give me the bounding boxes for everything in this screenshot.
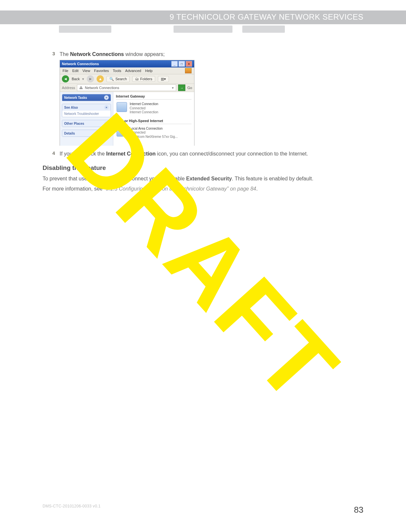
section-paragraph: To prevent that users can connect/discon… (43, 175, 363, 183)
views-button[interactable]: ▥▾ (158, 76, 169, 82)
footer-document-id: DMS-CTC-20101206-0033 v0.1 (43, 504, 101, 508)
main-pane: Internet Gateway Internet Connection Con… (113, 92, 194, 146)
address-input[interactable]: 🖧 Network Connections▾ (77, 84, 176, 91)
chevron-icon: » (104, 131, 109, 136)
group-header-internet-gateway: Internet Gateway (116, 93, 192, 100)
step-number: 4 (43, 150, 60, 157)
network-connections-screenshot: Network Connections _ □ × File Edit View… (60, 60, 194, 146)
up-button-icon[interactable]: ▲ (97, 75, 104, 83)
go-button[interactable]: → (178, 84, 185, 91)
chevron-icon: » (104, 95, 109, 100)
step-number: 3 (43, 51, 60, 58)
step-text: If you right-click the Internet Connecti… (60, 150, 363, 157)
page-header-bar: 9 TECHNICOLOR GATEWAY NETWORK SERVICES (0, 10, 406, 24)
window-titlebar: Network Connections _ □ × (60, 60, 194, 67)
windows-flag-icon (185, 68, 192, 73)
window-maximize-button[interactable]: □ (178, 61, 185, 67)
step-text: The Network Connections window appears; (60, 51, 363, 58)
page-header-title: 9 TECHNICOLOR GATEWAY NETWORK SERVICES (170, 12, 363, 22)
menu-advanced[interactable]: Advanced (125, 69, 141, 73)
folders-button[interactable]: 🗂 Folders (132, 76, 155, 82)
page-content: 3 The Network Connections window appears… (43, 51, 363, 195)
chevron-icon: » (104, 105, 109, 110)
menu-favorites[interactable]: Favorites (94, 69, 109, 73)
menu-tools[interactable]: Tools (113, 69, 121, 73)
header-tabs-row (0, 24, 406, 34)
connection-lan[interactable]: Local Area Connection Connected Broadcom… (116, 125, 192, 142)
step-3: 3 The Network Connections window appears… (43, 51, 363, 58)
address-label: Address (62, 86, 75, 90)
menu-edit[interactable]: Edit (72, 69, 79, 73)
address-bar: Address 🖧 Network Connections▾ → Go (60, 84, 194, 92)
footer-page-number: 83 (354, 505, 363, 515)
sidebar-link-troubleshooter[interactable]: Network Troubleshooter (64, 112, 99, 116)
connection-icon (117, 127, 127, 137)
window-minimize-button[interactable]: _ (171, 61, 178, 67)
connection-internet[interactable]: Internet Connection Connected Internet C… (116, 101, 192, 118)
menu-file[interactable]: File (63, 69, 68, 73)
menubar: File Edit View Favorites Tools Advanced … (60, 67, 194, 74)
header-tab (174, 26, 232, 33)
section-heading: Disabling this feature (43, 164, 363, 172)
header-tab (242, 26, 285, 33)
sidebar: Network Tasks» See Also» Network Trouble… (60, 92, 113, 146)
panel-see-also[interactable]: See Also» Network Troubleshooter (62, 104, 111, 117)
menu-help[interactable]: Help (145, 69, 153, 73)
chevron-icon: » (104, 121, 109, 126)
forward-button-icon[interactable]: ► (87, 75, 94, 83)
toolbar: ◄ Back ▾ ► ▲ 🔍 Search 🗂 Folders ▥▾ (60, 74, 194, 84)
section-paragraph: For more information, see “9.1.3 Configu… (43, 185, 363, 193)
panel-network-tasks[interactable]: Network Tasks» (62, 94, 111, 101)
group-header-lan: LAN or High-Speed Internet (116, 118, 192, 124)
panel-other-places[interactable]: Other Places» (62, 120, 111, 127)
step-4: 4 If you right-click the Internet Connec… (43, 150, 363, 157)
menu-view[interactable]: View (83, 69, 90, 73)
search-button[interactable]: 🔍 Search (106, 76, 130, 82)
window-close-button[interactable]: × (186, 61, 192, 67)
panel-details[interactable]: Details» (62, 130, 111, 137)
window-title: Network Connections (62, 62, 99, 66)
connection-icon (117, 102, 127, 112)
header-tab (59, 26, 111, 33)
back-button-label[interactable]: Back (72, 77, 80, 81)
go-label: Go (187, 86, 192, 90)
cross-reference-link[interactable]: “9.1.3 Configuring UPnP on the Technicol… (104, 186, 256, 192)
back-button-icon[interactable]: ◄ (62, 75, 69, 83)
